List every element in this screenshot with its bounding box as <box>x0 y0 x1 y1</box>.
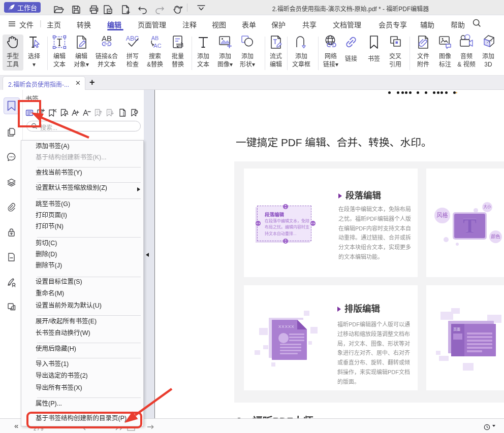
svg-text:ABC: ABC <box>126 35 139 42</box>
svg-text:AB: AB <box>151 35 159 41</box>
svg-text:AB: AB <box>102 34 112 43</box>
